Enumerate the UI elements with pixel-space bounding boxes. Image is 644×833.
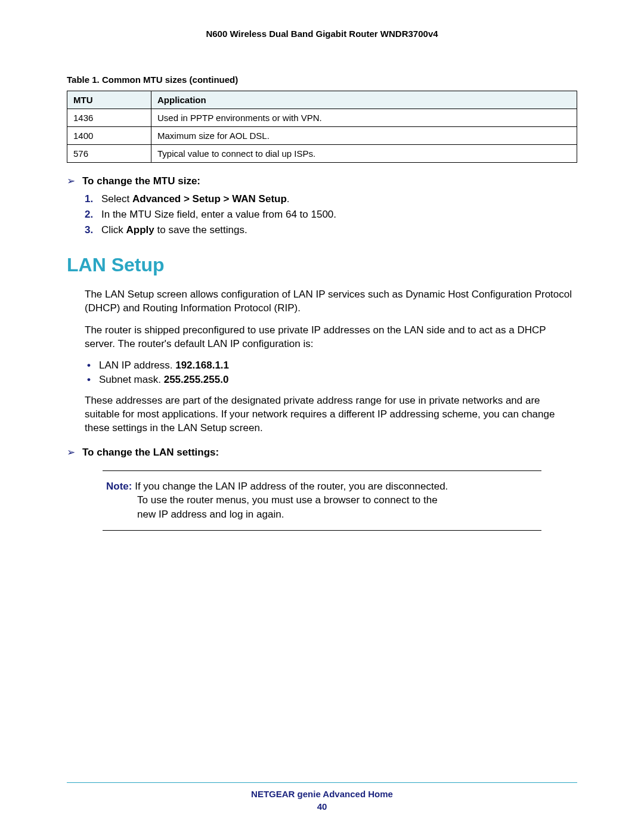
- step-text: Select: [101, 193, 132, 205]
- step-3: 3. Click Apply to save the settings.: [85, 224, 577, 236]
- step-text: Click: [101, 224, 126, 236]
- cell-application: Typical value to connect to dial up ISPs…: [151, 145, 577, 163]
- note-block: Note: If you change the LAN IP address o…: [103, 470, 541, 531]
- step-2: 2. In the MTU Size field, enter a value …: [85, 209, 577, 221]
- step-text: to save the settings.: [154, 224, 247, 236]
- note-text: new IP address and log in again.: [137, 507, 538, 522]
- list-item: LAN IP address. 192.168.1.1: [85, 360, 577, 371]
- cell-mtu: 1400: [67, 127, 151, 145]
- list-label: LAN IP address.: [99, 360, 175, 371]
- step-text: .: [287, 193, 290, 205]
- table-row: 1400 Maximum size for AOL DSL.: [67, 127, 577, 145]
- step-number: 3.: [85, 224, 93, 236]
- step-text: In the MTU Size field, enter a value fro…: [101, 209, 336, 220]
- note-text: If you change the LAN IP address of the …: [135, 481, 448, 492]
- page-footer: NETGEAR genie Advanced Home 40: [67, 782, 577, 812]
- ip-config-list: LAN IP address. 192.168.1.1 Subnet mask.…: [85, 360, 577, 386]
- section-heading-lan-setup: LAN Setup: [67, 254, 577, 276]
- table-header-row: MTU Application: [67, 91, 577, 109]
- procedure-steps-mtu: 1. Select Advanced > Setup > WAN Setup. …: [85, 193, 577, 236]
- note-label: Note:: [106, 481, 135, 492]
- step-bold: Apply: [126, 224, 154, 236]
- footer-page-number: 40: [67, 801, 577, 812]
- list-value: 255.255.255.0: [164, 374, 229, 385]
- table-caption: Table 1. Common MTU sizes (continued): [67, 75, 577, 85]
- list-label: Subnet mask.: [99, 374, 164, 385]
- page-content: N600 Wireless Dual Band Gigabit Router W…: [0, 0, 644, 531]
- table-header-mtu: MTU: [67, 91, 151, 109]
- note-text: To use the router menus, you must use a …: [137, 493, 538, 507]
- cell-application: Used in PPTP environments or with VPN.: [151, 109, 577, 127]
- procedure-heading-lan: To change the LAN settings:: [67, 446, 577, 459]
- step-number: 1.: [85, 193, 93, 205]
- mtu-table: MTU Application 1436 Used in PPTP enviro…: [67, 91, 577, 163]
- table-row: 576 Typical value to connect to dial up …: [67, 145, 577, 163]
- table-row: 1436 Used in PPTP environments or with V…: [67, 109, 577, 127]
- table-header-application: Application: [151, 91, 577, 109]
- list-value: 192.168.1.1: [175, 360, 229, 371]
- document-header: N600 Wireless Dual Band Gigabit Router W…: [67, 29, 577, 39]
- paragraph: The LAN Setup screen allows configuratio…: [85, 288, 577, 315]
- cell-mtu: 1436: [67, 109, 151, 127]
- step-1: 1. Select Advanced > Setup > WAN Setup.: [85, 193, 577, 205]
- list-item: Subnet mask. 255.255.255.0: [85, 374, 577, 386]
- cell-mtu: 576: [67, 145, 151, 163]
- paragraph: The router is shipped preconfigured to u…: [85, 324, 577, 351]
- footer-title: NETGEAR genie Advanced Home: [67, 789, 577, 799]
- procedure-heading-mtu: To change the MTU size:: [67, 175, 577, 187]
- paragraph: These addresses are part of the designat…: [85, 394, 577, 435]
- step-number: 2.: [85, 209, 93, 221]
- step-bold: Advanced > Setup > WAN Setup: [132, 193, 287, 205]
- cell-application: Maximum size for AOL DSL.: [151, 127, 577, 145]
